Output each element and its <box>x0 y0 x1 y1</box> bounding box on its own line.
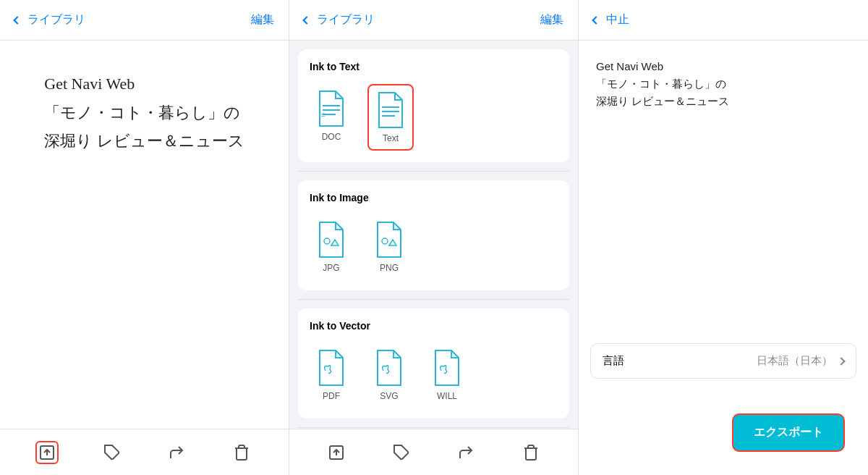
ink-to-text-title: Ink to Text <box>310 61 558 72</box>
pdf-label: PDF <box>323 391 340 401</box>
divider-2 <box>298 299 569 300</box>
svg-icon <box>373 349 405 387</box>
right-back-chevron-icon <box>592 16 600 24</box>
format-pdf[interactable]: PDF <box>310 343 353 407</box>
language-row[interactable]: 言語 日本語（日本） <box>590 343 856 379</box>
format-doc[interactable]: ≡ DOC <box>310 84 353 151</box>
middle-header: ライブラリ 編集 <box>289 0 578 41</box>
will-label: WILL <box>437 391 457 401</box>
svg-label: SVG <box>380 391 398 401</box>
left-toolbar <box>0 429 289 475</box>
left-panel: ライブラリ 編集 Get Navi Web 「モノ・コト・暮らし」の 深堀り レ… <box>0 0 289 475</box>
middle-edit-button[interactable]: 編集 <box>540 12 563 28</box>
svg-point-10 <box>382 238 388 244</box>
middle-back-chevron-icon <box>302 16 310 24</box>
canvas-area: Get Navi Web 「モノ・コト・暮らし」の 深堀り レビュー＆ニュース <box>0 41 289 185</box>
text-formats: ≡ DOC Text <box>310 84 558 151</box>
ink-to-text-section: Ink to Text ≡ DOC <box>298 49 569 162</box>
png-icon <box>373 221 405 258</box>
right-header: 中止 <box>579 0 868 41</box>
right-content: Get Navi Web 「モノ・コト・暮らし」の 深堀り レビュー＆ニュース <box>579 41 868 332</box>
export-button[interactable]: エクスポート <box>732 413 845 452</box>
jpg-label: JPG <box>323 263 339 273</box>
middle-delete-button[interactable] <box>519 441 542 464</box>
ink-to-image-section: Ink to Image JPG <box>298 180 569 290</box>
format-png[interactable]: PNG <box>367 215 411 279</box>
handwriting-line3: 深堀り レビュー＆ニュース <box>44 127 244 156</box>
format-text[interactable]: Text <box>367 84 414 151</box>
handwriting-content: Get Navi Web 「モノ・コト・暮らし」の 深堀り レビュー＆ニュース <box>44 70 244 156</box>
ink-to-vector-section: Ink to Vector PDF <box>298 308 569 419</box>
middle-back-label: ライブラリ <box>317 12 375 28</box>
will-icon <box>431 349 463 387</box>
vector-formats: PDF SVG <box>310 343 558 407</box>
right-back-button[interactable]: 中止 <box>593 12 629 28</box>
right-bottom: エクスポート <box>579 390 868 475</box>
middle-tag-button[interactable] <box>390 441 413 464</box>
middle-toolbar <box>289 429 578 475</box>
image-formats: JPG PNG <box>310 215 558 279</box>
png-label: PNG <box>380 263 399 273</box>
left-delete-button[interactable] <box>230 441 253 464</box>
language-chevron-icon <box>837 357 845 365</box>
divider-3 <box>298 427 569 428</box>
middle-back-button[interactable]: ライブラリ <box>304 12 375 28</box>
left-edit-button[interactable]: 編集 <box>251 12 274 28</box>
doc-icon: ≡ <box>315 90 347 127</box>
right-panel: 中止 Get Navi Web 「モノ・コト・暮らし」の 深堀り レビュー＆ニュ… <box>579 0 868 475</box>
left-tag-button[interactable] <box>101 441 124 464</box>
jpg-icon <box>315 221 347 258</box>
divider-1 <box>298 171 569 172</box>
ink-to-vector-title: Ink to Vector <box>310 320 558 332</box>
handwriting-line1: Get Navi Web <box>44 70 244 98</box>
format-jpg[interactable]: JPG <box>310 215 353 279</box>
language-label: 言語 <box>603 354 624 368</box>
left-export-button[interactable] <box>35 441 59 464</box>
right-back-label: 中止 <box>606 12 629 28</box>
pdf-icon <box>315 349 347 387</box>
ink-to-image-title: Ink to Image <box>310 192 558 203</box>
middle-content: Ink to Text ≡ DOC <box>289 41 578 429</box>
note-line1: Get Navi Web <box>596 58 851 75</box>
note-line2: 「モノ・コト・暮らし」の <box>596 75 851 93</box>
language-value-text: 日本語（日本） <box>757 354 833 368</box>
text-label: Text <box>383 133 399 143</box>
left-content: Get Navi Web 「モノ・コト・暮らし」の 深堀り レビュー＆ニュース <box>0 41 289 429</box>
middle-panel: ライブラリ 編集 Ink to Text ≡ DOC <box>289 0 579 475</box>
middle-export-button[interactable] <box>325 441 348 464</box>
handwriting-line2: 「モノ・コト・暮らし」の <box>44 98 244 127</box>
svg-point-9 <box>324 238 330 244</box>
doc-label: DOC <box>322 132 341 142</box>
left-redo-button[interactable] <box>165 441 188 464</box>
format-will[interactable]: WILL <box>425 343 469 407</box>
note-line3: 深堀り レビュー＆ニュース <box>596 93 851 110</box>
text-icon <box>375 91 407 129</box>
left-back-button[interactable]: ライブラリ <box>14 12 85 28</box>
left-back-label: ライブラリ <box>27 12 85 28</box>
format-svg[interactable]: SVG <box>367 343 411 407</box>
language-value: 日本語（日本） <box>757 354 844 368</box>
right-note-title: Get Navi Web 「モノ・コト・暮らし」の 深堀り レビュー＆ニュース <box>596 58 851 110</box>
middle-redo-button[interactable] <box>454 441 477 464</box>
back-chevron-icon <box>13 16 21 24</box>
left-header: ライブラリ 編集 <box>0 0 289 41</box>
